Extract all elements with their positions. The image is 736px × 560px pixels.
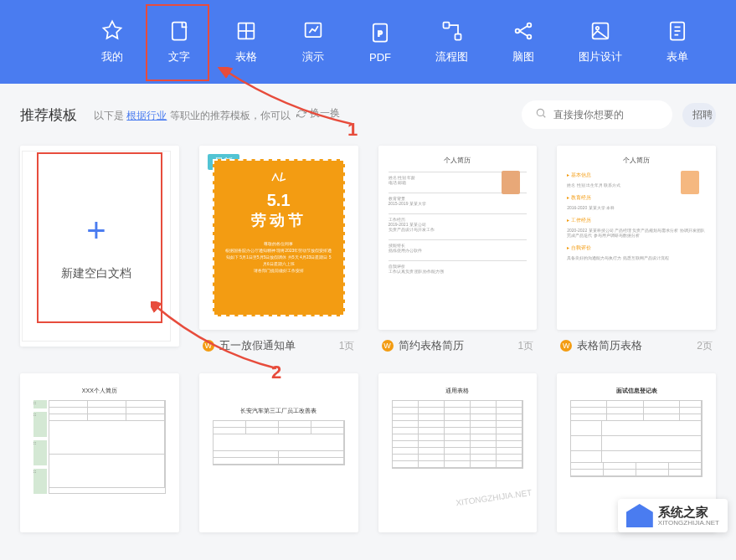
- template-card: 长安汽车第三工厂员工改善表: [199, 373, 358, 532]
- template-thumb[interactable]: XXX个人简历 :: :: :: ::: [20, 373, 179, 532]
- new-blank-thumb[interactable]: + 新建空白文档: [20, 146, 179, 347]
- card-title: W 五一放假通知单: [203, 338, 296, 353]
- content-area: 1 推荐模板 以下是 根据行业 等职业的推荐模板，你可以 换一换 招聘: [0, 84, 736, 549]
- svg-rect-7: [443, 23, 449, 28]
- svg-point-13: [596, 27, 600, 30]
- template-card: 个人简历 姓名 性别 年龄电话 邮箱 教育背景2015-2019 某某大学 工作…: [378, 146, 538, 353]
- brand-name: 系统之家: [658, 505, 708, 519]
- svg-point-10: [528, 23, 532, 28]
- svg-text:P: P: [378, 29, 383, 37]
- search-input[interactable]: [553, 109, 662, 121]
- top-navigation: 我的 文字 表格 演示 P PDF 流程图 脑图: [0, 0, 736, 84]
- doc-preview: 5.1 劳动节 尊敬的各位同事根据国务院办公厅通知精神 现将2023年劳动节放假…: [213, 159, 345, 316]
- template-card: XXX个人简历 :: :: :: ::: [20, 373, 179, 532]
- nav-label: 表单: [667, 49, 688, 64]
- page-count: 2页: [697, 339, 713, 353]
- photo-placeholder: [502, 171, 520, 194]
- nav-mindmap[interactable]: 脑图: [512, 19, 535, 64]
- page-count: 1页: [518, 339, 534, 353]
- nav-spreadsheet[interactable]: 表格: [234, 19, 258, 64]
- doc-preview: XXX个人简历 :: :: :: ::: [33, 387, 166, 519]
- image-icon: [589, 19, 612, 43]
- nav-label: 流程图: [435, 49, 468, 64]
- template-thumb[interactable]: 个人简历 ▸ 基本信息 姓名 性别 出生年月 联系方式 ▸ 教育经历 2016-…: [557, 146, 716, 330]
- photo-placeholder: [681, 171, 699, 194]
- nav-image-design[interactable]: 图片设计: [579, 19, 622, 64]
- industry-link[interactable]: 根据行业: [126, 110, 167, 121]
- pdf-icon: P: [368, 21, 392, 44]
- nav-my[interactable]: 我的: [100, 19, 124, 64]
- template-thumb[interactable]: 长安汽车第三工厂员工改善表: [199, 373, 358, 532]
- refresh-icon: [296, 109, 306, 119]
- search-box[interactable]: [522, 100, 672, 129]
- template-grid: + 新建空白文档 最新 5.1 劳动节 尊敬的各位同事根据国务院办公厅通知精神 …: [20, 146, 716, 532]
- template-thumb[interactable]: 个人简历 姓名 性别 年龄电话 邮箱 教育背景2015-2019 某某大学 工作…: [378, 146, 538, 330]
- chart-icon: [301, 19, 325, 43]
- watermark-text: XITONGZHIJIA.NET: [455, 488, 532, 508]
- nav-form[interactable]: 表单: [666, 19, 689, 64]
- doc-preview: 长安汽车第三工厂员工改善表: [213, 407, 345, 519]
- form-icon: [666, 19, 689, 43]
- card-title: W 表格简历表格: [560, 338, 642, 353]
- card-footer: W 五一放假通知单 1页: [199, 338, 358, 353]
- page-count: 1页: [339, 339, 355, 353]
- doc-type-icon: W: [203, 340, 214, 352]
- template-card: 通用表格 XITONGZHIJIA.NET: [378, 373, 538, 532]
- grid-icon: [234, 19, 258, 43]
- template-thumb[interactable]: 通用表格 XITONGZHIJIA.NET: [378, 373, 538, 532]
- doc-type-icon: W: [382, 340, 394, 352]
- template-thumb[interactable]: 最新 5.1 劳动节 尊敬的各位同事根据国务院办公厅通知精神 现将2023年劳动…: [199, 146, 358, 330]
- card-footer: W 表格简历表格 2页: [557, 338, 716, 353]
- doc-preview: 通用表格 XITONGZHIJIA.NET: [392, 387, 524, 519]
- document-icon: [167, 19, 191, 43]
- plus-icon: +: [86, 212, 106, 249]
- search-icon: [535, 107, 547, 122]
- card-footer: W 简约表格简历 1页: [378, 338, 538, 353]
- svg-point-9: [516, 29, 520, 33]
- nav-label: 脑图: [512, 49, 534, 64]
- tag-button[interactable]: 招聘: [682, 103, 716, 127]
- new-blank-card: + 新建空白文档: [20, 146, 179, 353]
- header-row: 推荐模板 以下是 根据行业 等职业的推荐模板，你可以 换一换 招聘: [20, 100, 716, 129]
- star-icon: [100, 19, 124, 43]
- subtitle-text: 以下是 根据行业 等职业的推荐模板，你可以 换一换: [94, 106, 340, 123]
- doc-preview: 个人简历 姓名 性别 年龄电话 邮箱 教育背景2015-2019 某某大学 工作…: [389, 156, 528, 320]
- search-area: 招聘: [522, 100, 716, 129]
- svg-point-11: [528, 35, 532, 39]
- flow-icon: [440, 19, 464, 43]
- card-title: W 简约表格简历: [382, 338, 464, 353]
- template-card: 个人简历 ▸ 基本信息 姓名 性别 出生年月 联系方式 ▸ 教育经历 2016-…: [557, 146, 716, 353]
- nav-label: 图片设计: [579, 49, 622, 64]
- svg-line-19: [543, 115, 545, 117]
- doc-type-icon: W: [560, 340, 572, 352]
- svg-point-18: [537, 109, 543, 116]
- refresh-link[interactable]: 换一换: [296, 106, 340, 121]
- nav-presentation[interactable]: 演示: [301, 19, 325, 64]
- nav-flowchart[interactable]: 流程图: [435, 19, 468, 64]
- nav-label: 文字: [168, 49, 190, 64]
- nav-label: PDF: [369, 51, 391, 64]
- svg-rect-8: [455, 34, 461, 40]
- doc-preview: 个人简历 ▸ 基本信息 姓名 性别 出生年月 联系方式 ▸ 教育经历 2016-…: [567, 156, 706, 320]
- nav-text[interactable]: 文字: [167, 19, 191, 64]
- brand-logo: 系统之家 XITONGZHIJIA.NET: [618, 499, 728, 532]
- mindmap-icon: [512, 19, 535, 43]
- section-title: 推荐模板: [20, 105, 77, 125]
- svg-rect-0: [172, 23, 186, 40]
- nav-label: 表格: [235, 49, 257, 64]
- template-card: 最新 5.1 劳动节 尊敬的各位同事根据国务院办公厅通知精神 现将2023年劳动…: [199, 146, 358, 353]
- new-blank-label: 新建空白文档: [61, 266, 131, 281]
- nav-pdf[interactable]: P PDF: [368, 21, 392, 64]
- brand-url: XITONGZHIJIA.NET: [658, 519, 719, 527]
- nav-label: 我的: [101, 49, 123, 64]
- logo-icon: [626, 504, 653, 527]
- nav-label: 演示: [302, 49, 324, 64]
- red-highlight-box: [146, 4, 209, 81]
